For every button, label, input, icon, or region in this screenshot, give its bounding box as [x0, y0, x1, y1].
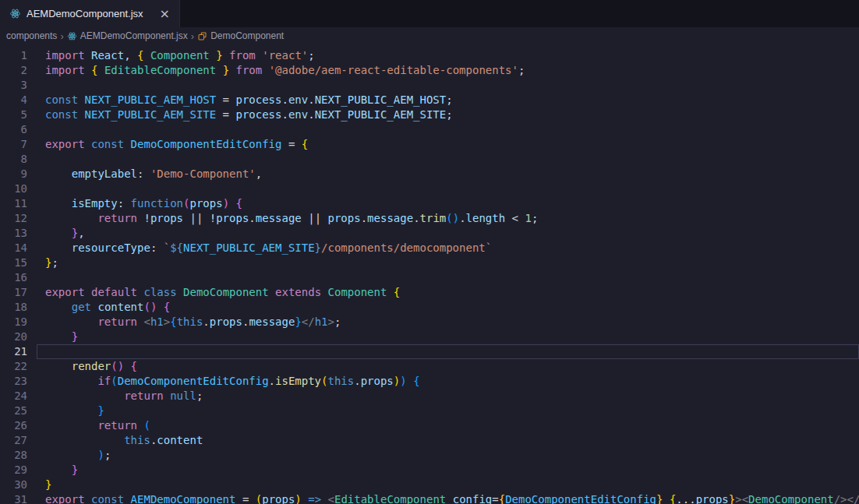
code-line[interactable]: 19 return <h1>{this.props.message}</h1>;	[0, 315, 859, 330]
line-number: 7	[0, 137, 27, 152]
line-number: 3	[0, 78, 27, 93]
code-line[interactable]: 7export const DemoComponentEditConfig = …	[0, 137, 859, 152]
code-line[interactable]: 27 this.content	[0, 433, 859, 448]
code-text: }	[27, 463, 78, 478]
code-line[interactable]: 8	[0, 152, 859, 167]
code-text	[27, 182, 45, 196]
code-line[interactable]: 29 }	[0, 463, 859, 478]
code-line[interactable]: 15};	[0, 256, 859, 270]
code-area: 1import React, { Component } from 'react…	[0, 48, 859, 504]
line-number: 11	[0, 196, 27, 211]
code-editor[interactable]: 1import React, { Component } from 'react…	[0, 44, 859, 504]
code-line[interactable]: 26 return (	[0, 418, 859, 433]
code-line[interactable]: 25 }	[0, 404, 859, 418]
code-text: }	[27, 404, 104, 418]
code-line[interactable]: 30}	[0, 478, 859, 492]
line-number: 17	[0, 285, 27, 300]
code-line[interactable]: 14 resourceType: `${NEXT_PUBLIC_AEM_SITE…	[0, 241, 859, 256]
code-line[interactable]: 11 isEmpty: function(props) {	[0, 196, 859, 211]
chevron-right-icon: ›	[57, 30, 66, 42]
code-line[interactable]: 5const NEXT_PUBLIC_AEM_SITE = process.en…	[0, 107, 859, 122]
code-text: this.content	[27, 433, 203, 448]
code-text: }	[27, 478, 51, 492]
code-line[interactable]: 20 }	[0, 330, 859, 344]
line-number: 24	[0, 389, 27, 404]
code-text: return <h1>{this.props.message}</h1>;	[27, 315, 341, 330]
breadcrumb-item-symbol[interactable]: DemoComponent	[197, 30, 284, 41]
code-text: isEmpty: function(props) {	[27, 196, 242, 211]
line-number: 30	[0, 478, 27, 492]
code-line[interactable]: 4const NEXT_PUBLIC_AEM_HOST = process.en…	[0, 93, 859, 107]
line-number: 20	[0, 330, 27, 344]
line-number: 1	[0, 48, 27, 63]
code-text: },	[27, 226, 85, 241]
code-text	[27, 78, 45, 93]
code-line[interactable]: 31export const AEMDemoComponent = (props…	[0, 492, 859, 504]
tab-aemdemocomponent[interactable]: AEMDemoComponent.jsx ×	[0, 0, 180, 27]
code-text: const NEXT_PUBLIC_AEM_SITE = process.env…	[27, 107, 453, 122]
line-number: 4	[0, 93, 27, 107]
line-number: 6	[0, 122, 27, 137]
code-text: get content() {	[27, 300, 170, 315]
breadcrumb-symbol-label: DemoComponent	[210, 30, 284, 41]
code-line[interactable]: 21	[0, 344, 859, 359]
code-line[interactable]: 18 get content() {	[0, 300, 859, 315]
close-tab-icon[interactable]: ×	[160, 8, 170, 20]
code-text	[27, 152, 45, 167]
line-number: 29	[0, 463, 27, 478]
code-text: export const DemoComponentEditConfig = {	[27, 137, 308, 152]
code-line[interactable]: 1import React, { Component } from 'react…	[0, 48, 859, 63]
breadcrumb-item-components[interactable]: components	[6, 30, 57, 41]
breadcrumb-item-file[interactable]: AEMDemoComponent.jsx	[67, 30, 188, 41]
line-number: 8	[0, 152, 27, 167]
code-text: render() {	[27, 359, 137, 374]
code-line[interactable]: 10	[0, 182, 859, 196]
code-text: return !props || !props.message || props…	[27, 211, 538, 226]
code-line[interactable]: 9 emptyLabel: 'Demo-Component',	[0, 167, 859, 182]
code-line[interactable]: 3	[0, 78, 859, 93]
code-line[interactable]: 22 render() {	[0, 359, 859, 374]
code-text: return null;	[27, 389, 203, 404]
code-line[interactable]: 2import { EditableComponent } from '@ado…	[0, 63, 859, 78]
code-text: return (	[27, 418, 150, 433]
tab-bar: AEMDemoComponent.jsx ×	[0, 0, 859, 27]
code-line[interactable]: 24 return null;	[0, 389, 859, 404]
code-line[interactable]: 23 if(DemoComponentEditConfig.isEmpty(th…	[0, 374, 859, 389]
code-line[interactable]: 13 },	[0, 226, 859, 241]
react-file-icon	[9, 8, 21, 19]
code-text: export const AEMDemoComponent = (props) …	[27, 492, 859, 504]
code-line[interactable]: 28 );	[0, 448, 859, 463]
vscode-window: AEMDemoComponent.jsx × components › AEMD…	[0, 0, 859, 504]
code-text: emptyLabel: 'Demo-Component',	[27, 167, 262, 182]
line-number: 21	[0, 344, 27, 359]
line-number: 25	[0, 404, 27, 418]
chevron-right-icon: ›	[188, 30, 197, 42]
code-text	[27, 344, 45, 359]
code-line[interactable]: 16	[0, 270, 859, 285]
code-line[interactable]: 12 return !props || !props.message || pr…	[0, 211, 859, 226]
symbol-class-icon	[197, 31, 207, 41]
code-text: import React, { Component } from 'react'…	[27, 48, 315, 63]
line-number: 13	[0, 226, 27, 241]
code-text: const NEXT_PUBLIC_AEM_HOST = process.env…	[27, 93, 453, 107]
code-text: }	[27, 330, 78, 344]
line-number: 15	[0, 256, 27, 270]
line-number: 19	[0, 315, 27, 330]
code-text	[27, 122, 45, 137]
breadcrumb: components › AEMDemoComponent.jsx ›	[0, 27, 859, 44]
line-number: 10	[0, 182, 27, 196]
line-number: 18	[0, 300, 27, 315]
line-number: 2	[0, 63, 27, 78]
code-text: import { EditableComponent } from '@adob…	[27, 63, 525, 78]
code-text: if(DemoComponentEditConfig.isEmpty(this.…	[27, 374, 420, 389]
line-number: 31	[0, 492, 27, 504]
line-number: 9	[0, 167, 27, 182]
code-text: export default class DemoComponent exten…	[27, 285, 400, 300]
code-line[interactable]: 6	[0, 122, 859, 137]
line-number: 27	[0, 433, 27, 448]
code-line[interactable]: 17export default class DemoComponent ext…	[0, 285, 859, 300]
breadcrumb-file-label: AEMDemoComponent.jsx	[80, 30, 188, 41]
line-number: 14	[0, 241, 27, 256]
code-text	[27, 270, 45, 285]
line-number: 28	[0, 448, 27, 463]
